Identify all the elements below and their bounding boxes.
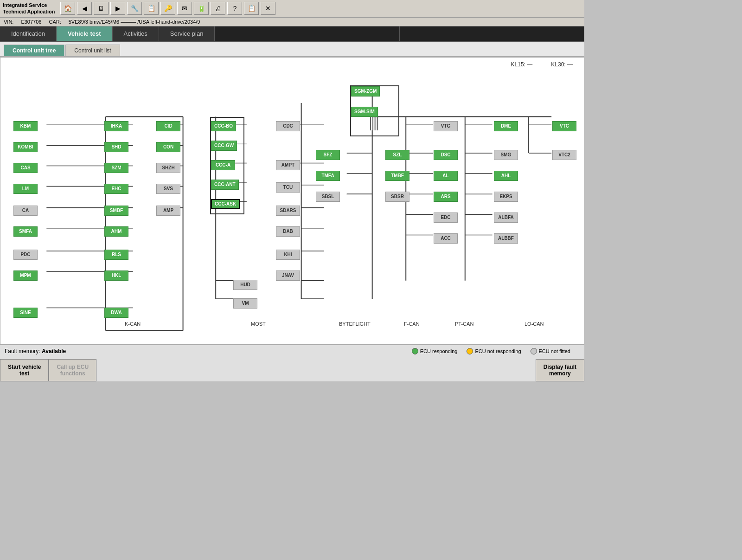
ecu-ehc[interactable]: EHC [104,184,128,194]
display-fault-memory-button[interactable]: Display faultmemory [536,359,584,381]
ecu-ccc-ant[interactable]: CCC-ANT [211,180,239,190]
ecu-sdars[interactable]: SDARS [276,206,300,216]
ecu-smfa[interactable]: SMFA [13,226,38,237]
ecu-shzh[interactable]: SHZH [156,163,180,173]
ecu-sgm-zgm[interactable]: SGM-ZGM [351,86,380,97]
car-label: CAR: [49,19,61,25]
ecu-ihka[interactable]: IHKA [104,121,128,131]
ecu-ccc-ask[interactable]: CCC-ASK [211,199,240,209]
ecu-al[interactable]: AL [434,171,458,181]
tab-activities[interactable]: Activities [113,26,159,41]
tab-identification[interactable]: Identification [0,26,57,41]
ecu-smg[interactable]: SMG [494,150,518,160]
help-button[interactable]: ? [227,2,242,15]
ecu-rls[interactable]: RLS [104,250,128,260]
ecu-vm[interactable]: VM [233,298,257,309]
key-button[interactable]: 🔑 [160,2,175,15]
can-label-lo-can: LO-CAN [525,321,544,327]
ecu-ekps[interactable]: EKPS [494,192,518,202]
mail-button[interactable]: ✉ [177,2,192,15]
ecu-ca[interactable]: CA [13,206,38,216]
legend-dot-yellow [467,348,473,354]
start-vehicle-test-button[interactable]: Start vehicletest [0,359,49,381]
can-label-byteflight: BYTEFLIGHT [339,321,371,327]
ecu-albfa[interactable]: ALBFA [494,212,518,223]
ecu-cdc[interactable]: CDC [276,121,300,131]
ecu-mpm[interactable]: MPM [13,270,38,281]
ecu-sbsr[interactable]: SBSR [385,192,409,202]
ecu-vtc2[interactable]: VTC2 [552,150,576,160]
subtab-control-unit-list[interactable]: Control unit list [65,45,120,56]
ecu-tmbf[interactable]: TMBF [385,171,409,181]
subtab-control-unit-tree[interactable]: Control unit tree [4,45,64,56]
report-button[interactable]: 📋 [144,2,159,15]
back-button[interactable]: ◀ [77,2,92,15]
ecu-ampt[interactable]: AMPT [276,160,300,170]
ecu-sfz[interactable]: SFZ [316,150,340,160]
ecu-amp[interactable]: AMP [156,206,180,216]
tab-bar: Identification Vehicle test Activities S… [0,26,584,42]
battery-button[interactable]: 🔋 [194,2,209,15]
tab-vehicle-test[interactable]: Vehicle test [57,26,113,41]
ecu-dsc[interactable]: DSC [434,150,458,160]
ecu-dwa[interactable]: DWA [104,308,128,318]
legend-responding: ECU responding [412,348,458,354]
ecu-ahm[interactable]: AHM [104,226,128,237]
ecu-ccc-a[interactable]: CCC-A [211,160,235,170]
ecu-hkl[interactable]: HKL [104,270,128,281]
wrench-button[interactable]: 🔧 [127,2,142,15]
diagram-area: KBM KOMBI CAS LM CA SMFA PDC MPM SINE IH… [0,58,584,336]
vin-value: E307706 [21,19,41,25]
ecu-ars[interactable]: ARS [434,192,458,202]
right-buttons: Display faultmemory [536,359,584,381]
tab-service-plan[interactable]: Service plan [159,26,215,41]
ecu-vtc[interactable]: VTC [552,121,576,131]
ecu-ccc-gw[interactable]: CCC-GW [211,141,237,151]
tab-empty1[interactable] [215,26,399,41]
can-label-k-can: K-CAN [125,321,141,327]
ecu-dme[interactable]: DME [494,121,518,131]
vin-bar: VIN: E307706 CAR: 5VE89/3 bmw/E45/M6 ———… [0,18,584,26]
ecu-svs[interactable]: SVS [156,184,180,194]
tab-empty2[interactable] [400,26,584,41]
ecu-kbm[interactable]: KBM [13,121,38,131]
screen-button[interactable]: 🖥 [94,2,109,15]
ecu-vtg[interactable]: VTG [434,121,458,131]
ecu-shd[interactable]: SHD [104,142,128,152]
ecu-jnav[interactable]: JNAV [276,270,300,281]
ecu-szl[interactable]: SZL [385,150,409,160]
ecu-khi[interactable]: KHI [276,250,300,260]
main-content: KL15: — KL30: — [0,57,584,345]
ecu-cas[interactable]: CAS [13,163,38,173]
callup-ecu-button[interactable]: Call up ECUfunctions [49,359,96,381]
ecu-dab[interactable]: DAB [276,226,300,237]
forward-button[interactable]: ▶ [110,2,125,15]
can-label-pt-can: PT-CAN [455,321,473,327]
ecu-szm[interactable]: SZM [104,163,128,173]
ecu-sbsl[interactable]: SBSL [316,192,340,202]
ecu-tmfa[interactable]: TMFA [316,171,340,181]
car-value: 5VE89/3 bmw/E45/M6 ——— /USA left-hand-dr… [69,19,200,25]
ecu-con[interactable]: CON [156,142,180,152]
close-button[interactable]: ✕ [261,2,275,15]
ecu-ccc-bo[interactable]: CCC-BO [211,121,236,131]
ecu-smbf[interactable]: SMBF [104,206,128,216]
ecu-cid[interactable]: CID [156,121,180,131]
legend-label-not-responding: ECU not responding [475,348,521,354]
print-button[interactable]: 🖨 [211,2,225,15]
ecu-kombi[interactable]: KOMBI [13,142,38,152]
legend-label-responding: ECU responding [420,348,458,354]
ecu-acc[interactable]: ACC [434,233,458,244]
ecu-sine[interactable]: SINE [13,308,38,318]
ecu-edc[interactable]: EDC [434,212,458,223]
home-button[interactable]: 🏠 [60,2,75,15]
ecu-hud[interactable]: HUD [233,280,257,290]
fault-memory: Fault memory: Available [5,348,66,354]
ecu-lm[interactable]: LM [13,184,38,194]
ecu-tcu[interactable]: TCU [276,182,300,193]
list-button[interactable]: 📋 [244,2,259,15]
ecu-ahl[interactable]: AHL [494,171,518,181]
ecu-albbf[interactable]: ALBBF [494,233,518,244]
ecu-sgm-sim[interactable]: SGM-SIM [351,107,378,117]
ecu-pdc[interactable]: PDC [13,250,38,260]
